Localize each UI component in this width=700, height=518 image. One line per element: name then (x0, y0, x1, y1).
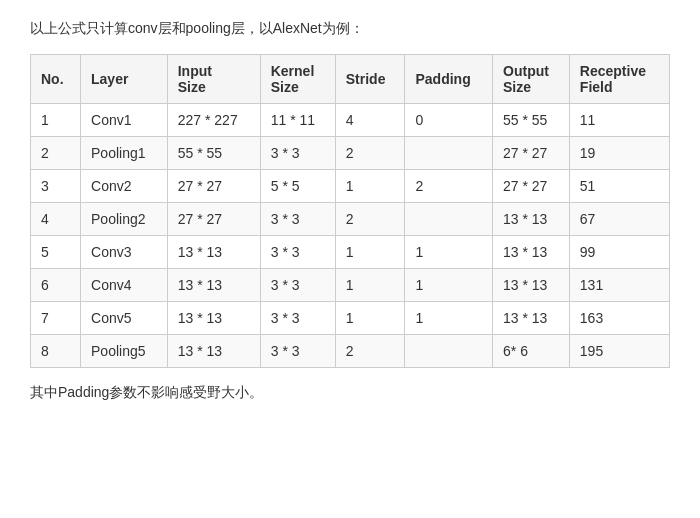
table-cell: 2 (335, 203, 405, 236)
table-cell: 27 * 27 (167, 203, 260, 236)
table-cell: 3 * 3 (260, 302, 335, 335)
table-cell: 195 (569, 335, 669, 368)
table-cell: 3 (31, 170, 81, 203)
table-cell: 163 (569, 302, 669, 335)
col-header-output: OutputSize (493, 55, 570, 104)
table-cell: 2 (405, 170, 493, 203)
table-cell (405, 335, 493, 368)
table-cell: Pooling5 (81, 335, 168, 368)
table-cell: 5 * 5 (260, 170, 335, 203)
table-cell: 55 * 55 (167, 137, 260, 170)
table-cell: Conv4 (81, 269, 168, 302)
alexnet-table: No. Layer InputSize KernelSize Stride Pa… (30, 54, 670, 368)
col-header-input: InputSize (167, 55, 260, 104)
table-cell: 3 * 3 (260, 335, 335, 368)
table-cell: 55 * 55 (493, 104, 570, 137)
table-cell: 67 (569, 203, 669, 236)
table-cell: 1 (335, 236, 405, 269)
table-cell: 99 (569, 236, 669, 269)
table-cell: 27 * 27 (167, 170, 260, 203)
table-row: 7Conv513 * 133 * 31113 * 13163 (31, 302, 670, 335)
table-cell: 13 * 13 (167, 302, 260, 335)
table-cell: 3 * 3 (260, 236, 335, 269)
table-cell: 6* 6 (493, 335, 570, 368)
table-cell: 6 (31, 269, 81, 302)
table-cell (405, 137, 493, 170)
table-cell: 13 * 13 (167, 335, 260, 368)
table-row: 2Pooling155 * 553 * 3227 * 2719 (31, 137, 670, 170)
table-cell: 11 (569, 104, 669, 137)
table-cell: 3 * 3 (260, 203, 335, 236)
table-cell: Pooling2 (81, 203, 168, 236)
table-cell: 1 (31, 104, 81, 137)
table-row: 6Conv413 * 133 * 31113 * 13131 (31, 269, 670, 302)
table-row: 5Conv313 * 133 * 31113 * 1399 (31, 236, 670, 269)
table-cell: 13 * 13 (167, 269, 260, 302)
table-cell: 13 * 13 (493, 236, 570, 269)
table-cell: 3 * 3 (260, 269, 335, 302)
table-cell: Conv5 (81, 302, 168, 335)
col-header-stride: Stride (335, 55, 405, 104)
table-cell: 3 * 3 (260, 137, 335, 170)
table-cell: 7 (31, 302, 81, 335)
table-cell: 51 (569, 170, 669, 203)
table-cell: 27 * 27 (493, 137, 570, 170)
table-cell: 1 (405, 302, 493, 335)
table-cell: Conv1 (81, 104, 168, 137)
table-cell: Conv2 (81, 170, 168, 203)
table-row: 3Conv227 * 275 * 51227 * 2751 (31, 170, 670, 203)
table-cell: Pooling1 (81, 137, 168, 170)
table-cell: 4 (31, 203, 81, 236)
table-cell: 4 (335, 104, 405, 137)
table-cell: 131 (569, 269, 669, 302)
table-cell: 13 * 13 (493, 302, 570, 335)
table-row: 1Conv1227 * 22711 * 114055 * 5511 (31, 104, 670, 137)
intro-text: 以上公式只计算conv层和pooling层，以AlexNet为例： (30, 20, 670, 38)
col-header-kernel: KernelSize (260, 55, 335, 104)
table-cell: 0 (405, 104, 493, 137)
table-cell: Conv3 (81, 236, 168, 269)
table-row: 4Pooling227 * 273 * 3213 * 1367 (31, 203, 670, 236)
col-header-padding: Padding (405, 55, 493, 104)
table-cell (405, 203, 493, 236)
table-cell: 1 (405, 269, 493, 302)
table-cell: 13 * 13 (167, 236, 260, 269)
table-cell: 13 * 13 (493, 269, 570, 302)
table-cell: 1 (335, 302, 405, 335)
table-cell: 1 (335, 269, 405, 302)
table-cell: 27 * 27 (493, 170, 570, 203)
table-cell: 13 * 13 (493, 203, 570, 236)
table-header-row: No. Layer InputSize KernelSize Stride Pa… (31, 55, 670, 104)
table-cell: 5 (31, 236, 81, 269)
table-row: 8Pooling513 * 133 * 326* 6195 (31, 335, 670, 368)
table-cell: 2 (335, 335, 405, 368)
table-cell: 2 (31, 137, 81, 170)
table-cell: 1 (405, 236, 493, 269)
table-cell: 19 (569, 137, 669, 170)
table-cell: 11 * 11 (260, 104, 335, 137)
table-cell: 2 (335, 137, 405, 170)
col-header-no: No. (31, 55, 81, 104)
table-cell: 1 (335, 170, 405, 203)
footer-text: 其中Padding参数不影响感受野大小。 (30, 384, 670, 402)
col-header-layer: Layer (81, 55, 168, 104)
table-cell: 8 (31, 335, 81, 368)
col-header-rf: ReceptiveField (569, 55, 669, 104)
table-cell: 227 * 227 (167, 104, 260, 137)
